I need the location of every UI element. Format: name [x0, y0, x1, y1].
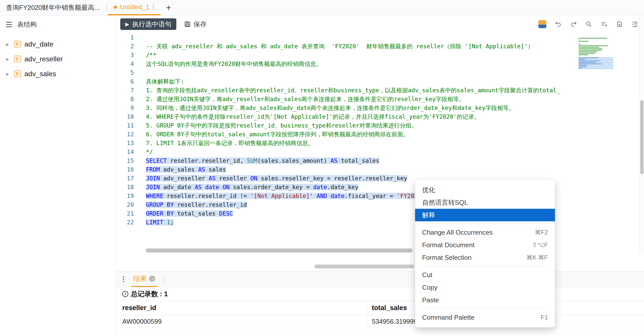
menu-item-5[interactable]: Format Document⇧⌥F	[415, 239, 555, 251]
line-content: 5. GROUP BY子句中的字段是按照reseller_id、business…	[146, 122, 417, 129]
close-results-icon[interactable]: ×	[149, 276, 155, 282]
table-name: adv_sales	[24, 70, 56, 78]
editor-line[interactable]: /**	[146, 51, 577, 60]
line-content: FROM adv_sales AS sales	[146, 166, 226, 173]
tab-untitled-1[interactable]: Untitled_1	[108, 0, 160, 15]
undo-icon[interactable]	[555, 21, 562, 28]
minimap-line-bar	[579, 68, 581, 69]
editor-line[interactable]: 2. 通过使用JOIN关键字，将adv_reseller和adv_sales两个…	[146, 95, 577, 104]
editor-line[interactable]: 5. GROUP BY子句中的字段是按照reseller_id、business…	[146, 121, 577, 130]
minimap-line-bar	[579, 63, 602, 64]
line-number: 8	[116, 95, 134, 104]
line-number: 21	[116, 209, 134, 218]
minimap-line	[579, 48, 613, 49]
menu-divider	[419, 309, 551, 309]
line-content: 1. 查询的字段包括adv_reseller表中的reseller_id、res…	[146, 87, 560, 94]
menu-divider	[419, 266, 551, 266]
horizontal-scrollbar-thumb[interactable]	[146, 248, 413, 253]
sidebar-item-adv_date[interactable]: ▸Eadv_date	[0, 37, 115, 52]
editor-line[interactable]: FROM adv_sales AS sales	[146, 165, 577, 174]
line-content: /**	[146, 52, 156, 58]
new-tab-button[interactable]: +	[166, 3, 171, 12]
editor-line[interactable]: 4. WHERE子句中的条件是排除reseller_id为'[Not Appli…	[146, 112, 577, 121]
sidebar-item-adv_reseller[interactable]: ▸Eadv_reseller	[0, 52, 115, 66]
line-number: 12	[116, 130, 134, 139]
sidebar-item-adv_sales[interactable]: ▸Eadv_sales	[0, 66, 115, 81]
editor-line[interactable]: -- 关联 adv_reseller 和 adv_sales 和 adv_dat…	[146, 42, 577, 51]
editor-line[interactable]: 6. ORDER BY子句中的total_sales_amount字段按照降序排…	[146, 130, 577, 139]
user-avatar[interactable]	[538, 20, 546, 28]
editor-line[interactable]: 这个SQL语句的作用是查询FY2020财年中销售额最高的经销商信息。	[146, 60, 577, 68]
results-body: AW00000599534956.319999	[116, 315, 644, 328]
editor-line[interactable]: */	[146, 148, 577, 156]
export-script-icon[interactable]	[616, 21, 623, 28]
table-name: adv_reseller	[24, 55, 63, 63]
line-content: -- 关联 adv_reseller 和 adv_sales 和 adv_dat…	[146, 43, 533, 50]
hamburger-icon[interactable]	[6, 22, 12, 27]
menu-item-2[interactable]: 解释	[415, 209, 555, 221]
menu-item-8[interactable]: Cut	[415, 269, 555, 281]
menu-item-6[interactable]: Format Selection⌘K ⌘F	[415, 251, 555, 264]
minimap-line-bar	[579, 51, 597, 52]
minimap[interactable]	[579, 36, 613, 69]
editor-line[interactable]	[146, 33, 577, 42]
chevron-right-icon[interactable]: ▸	[5, 41, 11, 48]
execute-label: 执行选中语句	[132, 20, 171, 29]
redo-icon[interactable]	[570, 21, 577, 28]
minimap-line-bar	[579, 60, 600, 61]
menu-item-1[interactable]: 自然语言转SQL	[415, 196, 555, 209]
menu-item-0[interactable]: 优化	[415, 184, 555, 196]
clear-format-icon[interactable]	[601, 21, 608, 28]
minimap-line	[579, 68, 613, 69]
minimap-line-bar	[579, 44, 581, 45]
menu-item-12[interactable]: Command PaletteF1	[415, 311, 555, 324]
results-menu-icon[interactable]	[122, 276, 125, 282]
unsaved-dot-icon	[114, 6, 117, 9]
line-content: LIMIT 1;	[146, 219, 174, 226]
execute-selected-button[interactable]: ▶ 执行选中语句	[120, 18, 176, 30]
chevron-right-icon[interactable]: ▸	[5, 70, 11, 77]
line-number: 18	[116, 183, 134, 192]
table-row[interactable]: AW00000599534956.319999	[116, 315, 644, 328]
minimap-line-bar	[579, 62, 596, 63]
menu-item-10[interactable]: Paste	[415, 294, 555, 306]
line-number: 19	[116, 192, 134, 200]
minimap-line-bar	[579, 57, 598, 58]
table-name: adv_date	[24, 40, 53, 48]
editor-line[interactable]: 3. 同样地，通过使用JOIN关键字，将adv_sales和adv_date两个…	[146, 104, 577, 112]
editor-line[interactable]: SELECT reseller.reseller_id, SUM(sales.s…	[146, 156, 577, 165]
column-header-reseller_id[interactable]: reseller_id	[116, 301, 368, 315]
sql-editor[interactable]: 12345678910111213141516171819202122 -- 关…	[116, 33, 644, 248]
editor-line[interactable]	[146, 68, 577, 77]
indent-icon[interactable]	[631, 21, 638, 28]
menu-item-9[interactable]: Copy	[415, 281, 555, 294]
vertical-scrollbar[interactable]	[639, 16, 644, 253]
editor-line[interactable]: 具体解释如下:	[146, 77, 577, 86]
tab-options-icon[interactable]	[152, 5, 154, 10]
line-content: SELECT reseller.reseller_id, SUM(sales.s…	[146, 157, 379, 164]
results-horizontal-scrollbar-thumb[interactable]	[314, 265, 414, 268]
info-icon: i	[122, 291, 128, 297]
editor-line[interactable]: 7. LIMIT 1表示只返回一条记录，即销售额最高的经销商信息。	[146, 139, 577, 148]
save-button[interactable]: 保存	[184, 20, 207, 29]
line-number: 20	[116, 200, 134, 209]
line-number: 2	[116, 42, 134, 51]
line-number: 11	[116, 121, 134, 130]
tab-query-fy2020[interactable]: 查询FY2020财年中销售额最高...	[0, 0, 106, 15]
results-header-row: reseller_idtotal_sales	[116, 301, 644, 315]
chevron-right-icon[interactable]: ▸	[5, 56, 11, 63]
vertical-scrollbar-thumb[interactable]	[640, 100, 643, 174]
table-entity-icon: E	[14, 70, 21, 77]
results-tab[interactable]: 结果 ×	[131, 271, 157, 287]
minimap-line	[579, 65, 613, 66]
editor-line[interactable]: 1. 查询的字段包括adv_reseller表中的reseller_id、res…	[146, 86, 577, 95]
line-content: 4. WHERE子句中的条件是排除reseller_id为'[Not Appli…	[146, 113, 480, 120]
menu-item-4[interactable]: Change All Occurrences⌘F2	[415, 226, 555, 239]
line-number-gutter: 12345678910111213141516171819202122	[116, 33, 134, 227]
minimap-line	[579, 42, 613, 43]
minimap-line	[579, 38, 613, 39]
search-icon[interactable]	[585, 21, 592, 28]
minimap-line	[579, 59, 613, 60]
sidebar: 表结构 ▸Eadv_date▸Eadv_reseller▸Eadv_sales	[0, 16, 116, 336]
horizontal-scrollbar[interactable]	[116, 248, 639, 253]
